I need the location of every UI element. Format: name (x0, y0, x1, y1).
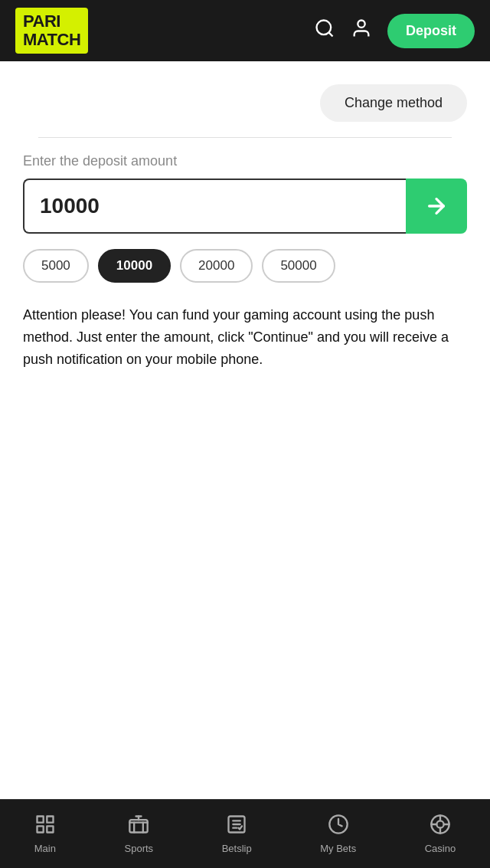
deposit-amount-input[interactable] (23, 179, 406, 234)
mybets-label: My Bets (320, 843, 356, 854)
input-row (23, 179, 467, 234)
main-icon (34, 814, 56, 838)
change-method-button[interactable]: Change method (320, 84, 467, 122)
logo-text: PARIMATCH (23, 12, 80, 49)
nav-item-casino[interactable]: Casino (425, 814, 456, 854)
nav-item-betslip[interactable]: Betslip (222, 814, 252, 854)
svg-rect-5 (47, 817, 53, 823)
deposit-amount-label: Enter the deposit amount (23, 153, 467, 169)
casino-icon (430, 814, 451, 838)
arrow-right-icon (424, 194, 449, 218)
logo: PARIMATCH (15, 8, 88, 54)
preset-amounts: 5000 10000 20000 50000 (23, 249, 467, 283)
svg-rect-4 (37, 817, 43, 823)
user-icon[interactable] (351, 18, 372, 44)
nav-item-main[interactable]: Main (34, 814, 56, 854)
main-label: Main (34, 843, 56, 854)
betslip-label: Betslip (222, 843, 252, 854)
betslip-icon (226, 814, 247, 838)
main-content: Change method Enter the deposit amount 5… (0, 61, 490, 385)
preset-50000[interactable]: 50000 (262, 249, 335, 283)
svg-rect-7 (47, 826, 53, 832)
nav-item-mybets[interactable]: My Bets (320, 814, 356, 854)
casino-label: Casino (425, 843, 456, 854)
sports-icon (128, 814, 149, 838)
submit-button[interactable] (406, 179, 467, 234)
preset-10000[interactable]: 10000 (98, 249, 171, 283)
search-icon[interactable] (314, 18, 335, 44)
logo-box: PARIMATCH (15, 8, 88, 54)
change-method-wrap: Change method (23, 77, 467, 122)
header-icons: Deposit (314, 14, 475, 48)
svg-point-15 (436, 821, 443, 827)
sports-label: Sports (125, 843, 154, 854)
deposit-button[interactable]: Deposit (387, 14, 475, 48)
svg-point-0 (316, 21, 331, 35)
svg-point-2 (358, 21, 364, 28)
mybets-icon (328, 814, 349, 838)
svg-line-1 (328, 32, 332, 36)
attention-text: Attention please! You can fund your gami… (23, 304, 467, 370)
app-header: PARIMATCH Deposit (0, 0, 490, 61)
nav-item-sports[interactable]: Sports (125, 814, 154, 854)
preset-20000[interactable]: 20000 (180, 249, 253, 283)
svg-rect-6 (37, 826, 43, 832)
bottom-nav: Main Sports Betslip (0, 799, 490, 868)
preset-5000[interactable]: 5000 (23, 249, 89, 283)
